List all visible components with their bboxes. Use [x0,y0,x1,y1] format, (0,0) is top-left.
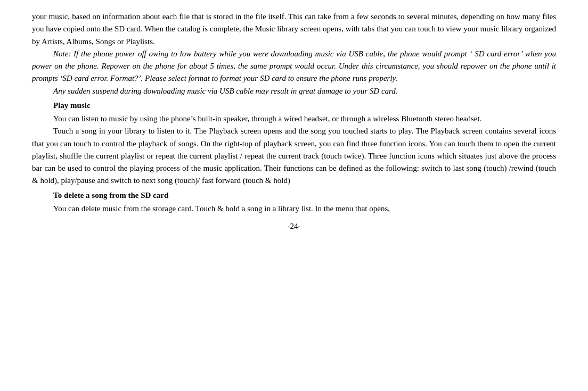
play-music-heading: Play music [32,99,556,112]
delete-paragraph: You can delete music from the storage ca… [32,203,556,215]
delete-section: To delete a song from the SD card [32,189,556,202]
play-music-section: Play music [32,99,556,112]
sudden-suspend-text: Any sudden suspend during downloading mu… [53,87,398,95]
sudden-suspend-paragraph: Any sudden suspend during downloading mu… [32,85,556,97]
play-music-paragraph1: You can listen to music by using the pho… [32,113,556,125]
page-container: your music, based on information about e… [0,0,588,391]
play-music-paragraph2: Touch a song in your library to listen t… [32,125,556,187]
page-number: -24- [32,220,556,232]
note-text: Note: If the phone power off owing to lo… [32,49,556,83]
opening-paragraph: your music, based on information about e… [32,11,556,48]
delete-heading: To delete a song from the SD card [32,189,556,202]
note-paragraph: Note: If the phone power off owing to lo… [32,48,556,85]
